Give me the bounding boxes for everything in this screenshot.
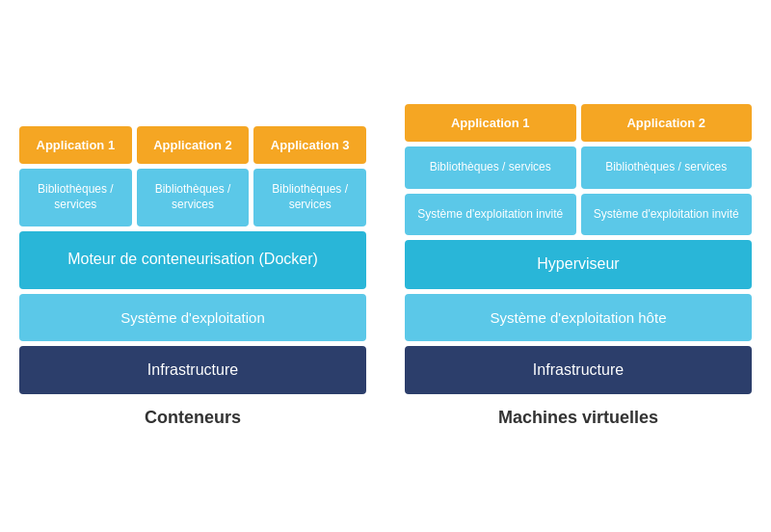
conteneurs-lib-1: Bibliothèques / services (19, 169, 132, 226)
conteneurs-title: Conteneurs (145, 408, 241, 428)
conteneurs-app-1: Application 1 (19, 126, 132, 164)
vms-stack: Application 1 Application 2 Bibliothèque… (405, 104, 752, 394)
vms-lib-1: Bibliothèques / services (405, 146, 576, 189)
conteneurs-app-row: Application 1 Application 2 Application … (19, 126, 366, 164)
vms-guest-os-2: Système d'exploitation invité (581, 194, 753, 236)
conteneurs-app-2: Application 2 (137, 126, 250, 164)
vms-guest-os-1: Système d'exploitation invité (405, 194, 576, 236)
docker-engine-box: Moteur de conteneurisation (Docker) (19, 231, 366, 289)
vms-lib-row: Bibliothèques / services Bibliothèques /… (405, 146, 752, 189)
vms-infra-box: Infrastructure (405, 346, 752, 394)
hyperviseur-box: Hyperviseur (405, 240, 752, 288)
conteneurs-stack: Application 1 Application 2 Application … (19, 126, 366, 394)
vms-diagram: Application 1 Application 2 Bibliothèque… (405, 104, 752, 428)
conteneurs-app-3: Application 3 (253, 126, 366, 164)
vms-host-os-box: Système d'exploitation hôte (405, 294, 752, 341)
vms-app-row: Application 1 Application 2 (405, 104, 752, 142)
vms-app-1: Application 1 (405, 104, 576, 142)
vms-lib-2: Bibliothèques / services (581, 146, 753, 189)
vms-app-2: Application 2 (581, 104, 753, 142)
conteneurs-lib-3: Bibliothèques / services (253, 169, 366, 226)
conteneurs-diagram: Application 1 Application 2 Application … (19, 126, 366, 428)
conteneurs-lib-2: Bibliothèques / services (137, 169, 250, 226)
conteneurs-infra-box: Infrastructure (19, 346, 366, 394)
conteneurs-os-box: Système d'exploitation (19, 294, 366, 341)
diagrams-container: Application 1 Application 2 Application … (0, 85, 771, 447)
vms-title: Machines virtuelles (498, 408, 658, 428)
vms-guest-os-row: Système d'exploitation invité Système d'… (405, 194, 752, 236)
conteneurs-lib-row: Bibliothèques / services Bibliothèques /… (19, 169, 366, 226)
